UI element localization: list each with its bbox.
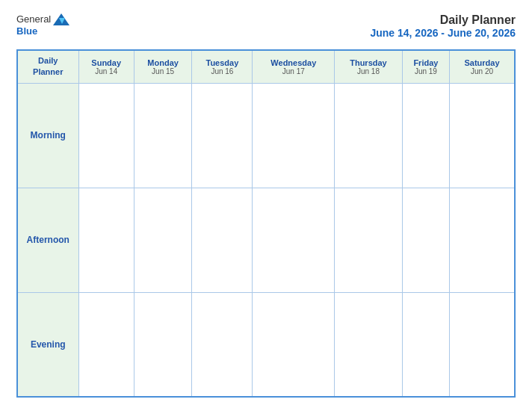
cell-evening-tuesday[interactable] (192, 292, 253, 397)
cell-morning-thursday[interactable] (335, 83, 403, 188)
row-label-afternoon: Afternoon (17, 188, 78, 292)
day-tuesday: Tuesday (194, 58, 250, 67)
col-header-friday: Friday Jun 19 (402, 50, 449, 83)
col-header-tuesday: Tuesday Jun 16 (192, 50, 253, 83)
day-sunday: Sunday (81, 58, 132, 67)
table-label-header: Daily Planner (17, 50, 78, 83)
cell-evening-sunday[interactable] (78, 292, 134, 397)
cell-morning-tuesday[interactable] (192, 83, 253, 188)
day-friday: Friday (404, 58, 448, 67)
cell-morning-wednesday[interactable] (253, 83, 335, 188)
date-jun14: Jun 14 (81, 67, 132, 75)
cell-evening-saturday[interactable] (450, 292, 515, 397)
cell-evening-thursday[interactable] (335, 292, 403, 397)
logo-general: General (16, 13, 51, 25)
table-label-line2: Planner (33, 67, 63, 76)
header-row: Daily Planner Sunday Jun 14 Monday Jun 1… (17, 50, 515, 83)
cell-evening-monday[interactable] (134, 292, 191, 397)
date-jun20: Jun 20 (451, 67, 513, 75)
header: General Blue Daily Planner June 14, 2026… (16, 13, 516, 39)
date-range: June 14, 2026 - June 20, 2026 (370, 27, 516, 39)
cell-morning-sunday[interactable] (78, 83, 134, 188)
date-jun18: Jun 18 (336, 67, 400, 75)
day-wednesday: Wednesday (254, 58, 332, 67)
cell-evening-wednesday[interactable] (253, 292, 335, 397)
col-header-monday: Monday Jun 15 (134, 50, 191, 83)
col-header-wednesday: Wednesday Jun 17 (253, 50, 335, 83)
cell-afternoon-monday[interactable] (134, 188, 191, 292)
cell-morning-monday[interactable] (134, 83, 191, 188)
cell-afternoon-friday[interactable] (402, 188, 449, 292)
col-header-saturday: Saturday Jun 20 (450, 50, 515, 83)
day-saturday: Saturday (451, 58, 513, 67)
logo-icon (53, 13, 69, 25)
day-thursday: Thursday (336, 58, 400, 67)
cell-afternoon-thursday[interactable] (335, 188, 403, 292)
page-title: Daily Planner (370, 13, 516, 27)
row-label-morning: Morning (17, 83, 78, 188)
col-header-sunday: Sunday Jun 14 (78, 50, 134, 83)
cell-morning-friday[interactable] (402, 83, 449, 188)
cell-afternoon-sunday[interactable] (78, 188, 134, 292)
cell-afternoon-saturday[interactable] (450, 188, 515, 292)
cell-evening-friday[interactable] (402, 292, 449, 397)
cell-morning-saturday[interactable] (450, 83, 515, 188)
date-jun17: Jun 17 (254, 67, 332, 75)
logo-blue: Blue (16, 25, 37, 37)
col-header-thursday: Thursday Jun 18 (335, 50, 403, 83)
cell-afternoon-wednesday[interactable] (253, 188, 335, 292)
cell-afternoon-tuesday[interactable] (192, 188, 253, 292)
calendar-table: Daily Planner Sunday Jun 14 Monday Jun 1… (16, 49, 516, 398)
row-label-evening: Evening (17, 292, 78, 397)
row-morning: Morning (17, 83, 515, 188)
date-jun15: Jun 15 (136, 67, 190, 75)
row-evening: Evening (17, 292, 515, 397)
date-jun19: Jun 19 (404, 67, 448, 75)
day-monday: Monday (136, 58, 190, 67)
logo-area: General Blue (16, 13, 69, 37)
row-afternoon: Afternoon (17, 188, 515, 292)
table-label-line1: Daily (38, 56, 58, 65)
date-jun16: Jun 16 (194, 67, 250, 75)
title-area: Daily Planner June 14, 2026 - June 20, 2… (370, 13, 516, 39)
page: General Blue Daily Planner June 14, 2026… (0, 0, 532, 411)
